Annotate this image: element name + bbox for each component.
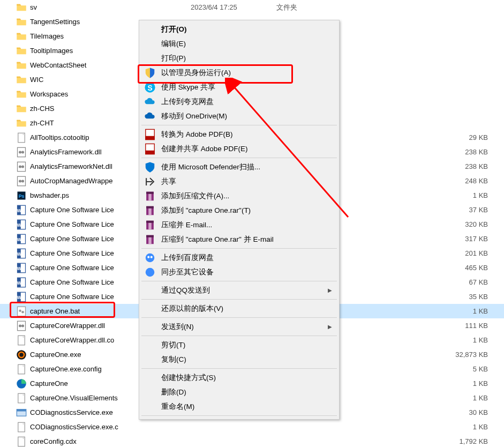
chevron-right-icon: ▶	[328, 287, 332, 293]
svg-point-6	[21, 165, 24, 168]
separator	[141, 248, 337, 249]
separator	[141, 415, 337, 416]
word-icon: W	[16, 234, 27, 244]
svg-point-37	[19, 324, 21, 327]
rar-icon	[144, 219, 156, 231]
word-icon: W	[16, 205, 27, 215]
skype-icon: S	[144, 81, 156, 93]
file-icon	[16, 393, 27, 404]
svg-text:W: W	[17, 280, 21, 285]
onedrive-icon	[144, 110, 156, 122]
svg-point-35	[21, 311, 24, 314]
file-size: 1 KB	[341, 394, 504, 402]
svg-rect-56	[146, 191, 154, 193]
menu-onedrive[interactable]: 移动到 OneDrive(M)	[141, 109, 337, 123]
rar-icon	[144, 234, 156, 245]
word-icon: W	[16, 248, 27, 259]
file-name: CODiagnosticsService.exe.c	[30, 423, 191, 431]
svg-rect-57	[148, 193, 152, 200]
svg-rect-52	[146, 136, 155, 139]
menu-rar-addto[interactable]: 添加到 "capture One.rar"(T)	[141, 203, 337, 218]
menu-defender[interactable]: 使用 Microsoft Defender扫描...	[141, 160, 337, 174]
file-size: 317 KB	[341, 235, 504, 243]
menu-quark[interactable]: 上传到夸克网盘	[141, 94, 337, 109]
svg-rect-63	[148, 222, 152, 229]
file-size: 201 KB	[341, 249, 504, 257]
svg-point-5	[19, 165, 21, 168]
sync-icon	[144, 266, 156, 278]
svg-rect-46	[17, 409, 26, 411]
shield-icon	[144, 67, 156, 79]
svg-point-9	[21, 180, 24, 182]
menu-print[interactable]: 打印(P)	[141, 51, 337, 65]
file-size: 1 KB	[341, 423, 504, 431]
svg-rect-33	[18, 307, 26, 316]
menu-sendto[interactable]: 发送到(N)▶	[141, 319, 337, 334]
file-icon	[16, 364, 27, 375]
file-size: 29 KB	[341, 133, 504, 141]
menu-copy[interactable]: 复制(C)	[141, 352, 337, 367]
file-size: 238 KB	[341, 148, 504, 156]
menu-run-as-admin[interactable]: 以管理员身份运行(A)	[141, 65, 337, 80]
folder-icon	[16, 17, 27, 27]
file-row[interactable]: CODiagnosticsService.exe.c1 KB	[0, 420, 504, 434]
svg-point-3	[21, 151, 24, 153]
separator	[141, 281, 337, 281]
file-icon	[16, 335, 27, 346]
menu-pdf-share[interactable]: 创建并共享 Adobe PDF(E)	[141, 141, 337, 156]
menu-rar-email-to[interactable]: 压缩到 "capture One.rar" 并 E-mail	[141, 232, 337, 247]
menu-delete[interactable]: 删除(D)	[141, 385, 337, 399]
ps-icon: Ps	[16, 190, 27, 201]
file-name: coreConfig.cdx	[30, 437, 191, 445]
defender-icon	[144, 161, 156, 173]
rar-icon	[144, 205, 156, 217]
word-icon: W	[16, 292, 27, 302]
menu-edit[interactable]: 编辑(E)	[141, 36, 337, 51]
svg-point-8	[19, 180, 21, 182]
share-icon	[144, 176, 156, 188]
svg-text:W: W	[17, 265, 21, 271]
file-size: 37 KB	[341, 206, 504, 214]
separator	[141, 336, 337, 336]
svg-text:W: W	[17, 251, 21, 256]
menu-skype[interactable]: S使用 Skype 共享	[141, 80, 337, 94]
menu-rar-email[interactable]: 压缩并 E-mail...	[141, 218, 337, 232]
menu-cut[interactable]: 剪切(T)	[141, 338, 337, 352]
exe-co-icon	[16, 349, 27, 360]
file-row[interactable]: sv2023/6/4 17:25文件夹	[0, 0, 504, 14]
file-size: 1 KB	[341, 307, 504, 315]
svg-text:W: W	[17, 236, 21, 242]
file-icon	[16, 132, 27, 143]
folder-icon	[16, 46, 27, 56]
menu-qq[interactable]: 通过QQ发送到▶	[141, 283, 337, 297]
svg-text:Ps: Ps	[19, 193, 25, 198]
svg-point-34	[19, 309, 21, 312]
menu-shortcut[interactable]: 创建快捷方式(S)	[141, 370, 337, 385]
file-size: 32,873 KB	[341, 351, 504, 359]
menu-rename[interactable]: 重命名(M)	[141, 399, 337, 414]
pdf-icon	[144, 129, 156, 140]
pdf-share-icon	[144, 143, 156, 155]
folder-icon	[16, 74, 27, 85]
menu-baidu[interactable]: 上传到百度网盘	[141, 250, 337, 265]
menu-sync[interactable]: 同步至其它设备	[141, 265, 337, 279]
menu-open[interactable]: 打开(O)	[141, 22, 337, 36]
word-icon: W	[16, 263, 27, 273]
file-icon	[16, 436, 27, 447]
file-size: 1 KB	[341, 379, 504, 388]
exe-icon	[16, 407, 27, 418]
dll-icon	[16, 161, 27, 172]
svg-rect-59	[146, 206, 154, 208]
svg-text:W: W	[17, 294, 21, 300]
word-icon: W	[16, 277, 27, 288]
menu-share[interactable]: 共享	[141, 174, 337, 189]
folder-icon	[16, 89, 27, 100]
file-size: 5 KB	[341, 365, 504, 373]
file-row[interactable]: coreConfig.cdx1,792 KB	[0, 434, 504, 447]
bat-icon	[16, 306, 27, 317]
menu-pdf-convert[interactable]: 转换为 Adobe PDF(B)	[141, 127, 337, 141]
menu-restore[interactable]: 还原以前的版本(V)	[141, 301, 337, 316]
menu-rar-add[interactable]: 添加到压缩文件(A)...	[141, 189, 337, 203]
separator	[141, 125, 337, 125]
folder-icon	[16, 60, 27, 71]
